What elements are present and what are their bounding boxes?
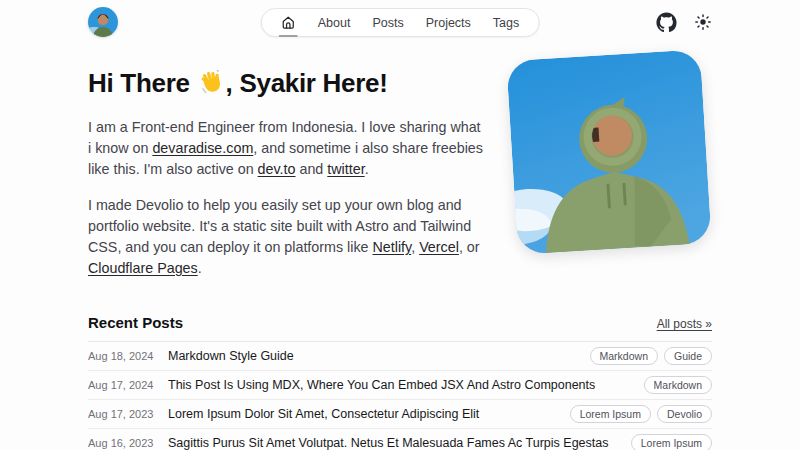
header-actions — [656, 12, 712, 33]
hero-section: Hi There , Syakir Here! — [88, 44, 712, 294]
post-row: Aug 17, 2023Lorem Ipsum Dolor Sit Amet, … — [88, 400, 712, 429]
theme-toggle-sun-icon[interactable] — [694, 13, 712, 31]
tag-pill[interactable]: Devolio — [657, 405, 712, 423]
inline-link-dev-to[interactable]: dev.to — [258, 161, 296, 177]
inline-link-netlify[interactable]: Netlify — [373, 239, 412, 255]
hero-paragraph: I am a Front-end Engineer from Indonesia… — [88, 117, 484, 180]
nav-item-tags[interactable]: Tags — [482, 9, 530, 36]
main-nav: About Posts Projects Tags — [261, 8, 540, 37]
post-row: Aug 18, 2024Markdown Style GuideMarkdown… — [88, 342, 712, 371]
post-tags: Lorem IpsumDevolio — [570, 405, 712, 423]
avatar-image — [88, 7, 118, 37]
tag-pill[interactable]: Lorem Ipsum — [631, 434, 712, 450]
inline-link-cloudflare-pages[interactable]: Cloudflare Pages — [88, 260, 198, 276]
hero-paragraph: I made Devolio to help you easily set up… — [88, 195, 484, 279]
post-title-link[interactable]: Lorem Ipsum Dolor Sit Amet, Consectetur … — [168, 407, 556, 421]
post-date: Aug 17, 2023 — [88, 408, 154, 420]
title-after: , Syakir Here! — [226, 68, 388, 98]
hero-photo — [506, 49, 711, 254]
inline-link-vercel[interactable]: Vercel — [419, 239, 459, 255]
inline-link-devaradise-com[interactable]: devaradise.com — [152, 140, 253, 156]
nav-item-home[interactable] — [270, 9, 307, 36]
tag-pill[interactable]: Lorem Ipsum — [570, 405, 651, 423]
post-tags: Markdown — [644, 376, 712, 394]
title-before: Hi There — [88, 68, 190, 98]
home-icon — [281, 15, 296, 30]
post-row: Aug 17, 2024This Post Is Using MDX, Wher… — [88, 371, 712, 400]
post-date: Aug 18, 2024 — [88, 350, 154, 362]
waving-hand-emoji — [199, 70, 224, 102]
post-row: Aug 16, 2023Sagittis Purus Sit Amet Volu… — [88, 429, 712, 450]
post-title-link[interactable]: Markdown Style Guide — [168, 349, 576, 363]
post-list: Aug 18, 2024Markdown Style GuideMarkdown… — [88, 342, 712, 450]
tag-pill[interactable]: Markdown — [590, 347, 658, 365]
all-posts-link[interactable]: All posts » — [657, 317, 712, 331]
man-in-hoodie-illustration — [506, 49, 711, 254]
hero-intro: I am a Front-end Engineer from Indonesia… — [88, 117, 484, 279]
tag-pill[interactable]: Markdown — [644, 376, 712, 394]
post-date: Aug 17, 2024 — [88, 379, 154, 391]
post-date: Aug 16, 2023 — [88, 437, 154, 449]
post-title-link[interactable]: This Post Is Using MDX, Where You Can Em… — [168, 378, 630, 392]
post-tags: Lorem Ipsum — [631, 434, 712, 450]
hero-photo-wrap — [512, 44, 712, 294]
post-title-link[interactable]: Sagittis Purus Sit Amet Volutpat. Netus … — [168, 436, 617, 450]
inline-link-twitter[interactable]: twitter — [327, 161, 364, 177]
post-tags: MarkdownGuide — [590, 347, 712, 365]
nav-item-posts[interactable]: Posts — [361, 9, 414, 36]
hero-text: Hi There , Syakir Here! — [88, 44, 484, 294]
nav-item-projects[interactable]: Projects — [415, 9, 482, 36]
recent-posts-title: Recent Posts — [88, 314, 183, 331]
site-header: About Posts Projects Tags — [88, 0, 712, 44]
recent-posts-header: Recent Posts All posts » — [88, 314, 712, 342]
nav-item-about[interactable]: About — [307, 9, 362, 36]
recent-posts-section: Recent Posts All posts » Aug 18, 2024Mar… — [88, 314, 712, 450]
tag-pill[interactable]: Guide — [664, 347, 712, 365]
page-title: Hi There , Syakir Here! — [88, 68, 484, 102]
page: About Posts Projects Tags — [88, 0, 712, 450]
github-icon[interactable] — [656, 12, 677, 33]
avatar[interactable] — [88, 7, 118, 37]
